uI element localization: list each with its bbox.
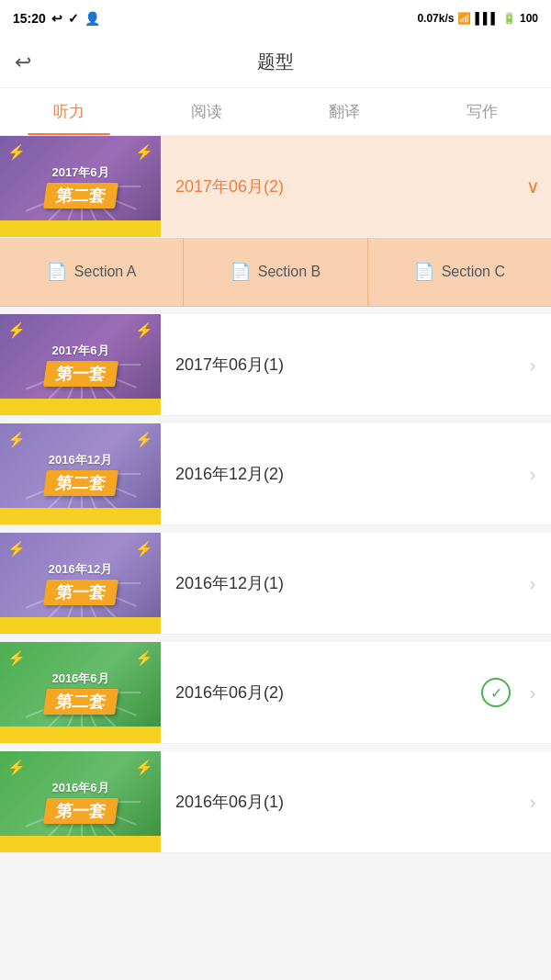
status-left: 15:20 ↩ ✓ 👤 xyxy=(13,11,100,26)
lightning-right-icon-4: ⚡ xyxy=(135,540,153,558)
exam-thumb-2016-6-1: ⚡ ⚡ 2016年6月 第一套 xyxy=(0,751,161,852)
thumb-year-4: 2016年12月 xyxy=(49,561,112,578)
section-row-2017-6-2: 📄 Section A 📄 Section B 📄 Section C xyxy=(0,238,551,307)
back-button[interactable]: ↩ xyxy=(15,51,31,74)
row-gap-3 xyxy=(0,525,551,533)
header: ↩ 题型 xyxy=(0,37,551,88)
back-nav-icon: ↩ xyxy=(51,11,62,26)
battery-level: 100 xyxy=(520,12,538,25)
section-b-icon: 📄 xyxy=(231,262,251,282)
thumb-set-2: 第一套 xyxy=(43,361,118,387)
tab-writing[interactable]: 写作 xyxy=(413,88,551,135)
thumb-bar-2 xyxy=(0,399,161,415)
row-gap-4 xyxy=(0,635,551,642)
exam-thumb-2017-6-1: ⚡ ⚡ 2017年6月 第一套 xyxy=(0,314,161,415)
section-a-label: Section A xyxy=(74,264,137,280)
battery-icon: 🔋 xyxy=(502,12,516,25)
lightning-right-icon-3: ⚡ xyxy=(135,431,153,448)
lightning-left-icon-5: ⚡ xyxy=(7,649,26,667)
thumb-bar-4 xyxy=(0,617,161,634)
exam-row-2016-6-2[interactable]: ⚡ ⚡ 2016年6月 第二套 2016年06月(2) ✓ › xyxy=(0,642,551,744)
thumb-bar-3 xyxy=(0,508,161,524)
exam-row-2016-6-1[interactable]: ⚡ ⚡ 2016年6月 第一套 2016年06月(1) › xyxy=(0,751,551,853)
status-bar: 15:20 ↩ ✓ 👤 0.07k/s 📶 ▌▌▌ 🔋 100 xyxy=(0,0,551,37)
exam-thumb-2016-6-2: ⚡ ⚡ 2016年6月 第二套 xyxy=(0,642,161,743)
expand-arrow-2016-6-1[interactable]: › xyxy=(514,792,551,813)
thumb-year-2: 2017年6月 xyxy=(51,343,108,359)
lightning-left-icon-6: ⚡ xyxy=(7,759,26,776)
thumb-bar-5 xyxy=(0,727,161,743)
thumb-year-3: 2016年12月 xyxy=(49,452,112,468)
thumb-year-6: 2016年6月 xyxy=(51,780,108,796)
lightning-left-icon-2: ⚡ xyxy=(7,321,26,339)
thumb-set-4: 第一套 xyxy=(43,580,118,605)
exam-row-2016-12-1[interactable]: ⚡ ⚡ 2016年12月 第一套 2016年12月(1) › xyxy=(0,533,551,635)
section-b-item[interactable]: 📄 Section B xyxy=(184,238,367,306)
expand-arrow-2016-12-1[interactable]: › xyxy=(514,573,551,594)
section-a-icon: 📄 xyxy=(47,262,67,282)
lightning-right-icon-6: ⚡ xyxy=(135,759,153,776)
section-c-label: Section C xyxy=(442,264,505,280)
tab-bar: 听力 阅读 翻译 写作 xyxy=(0,88,551,136)
exam-actions-2016-6-2: ✓ › xyxy=(481,678,551,707)
thumb-set-5: 第二套 xyxy=(43,689,118,715)
exam-thumb-2016-12-1: ⚡ ⚡ 2016年12月 第一套 xyxy=(0,533,161,634)
lightning-left-icon: ⚡ xyxy=(7,143,26,161)
expand-arrow-2016-12-2[interactable]: › xyxy=(514,464,551,485)
time: 15:20 xyxy=(13,11,46,26)
exam-label-2016-6-2: 2016年06月(2) xyxy=(161,681,481,704)
thumb-bar-6 xyxy=(0,836,161,852)
status-right: 0.07k/s 📶 ▌▌▌ 🔋 100 xyxy=(417,12,538,25)
thumb-bar xyxy=(0,220,161,237)
exam-row-2016-12-2[interactable]: ⚡ ⚡ 2016年12月 第二套 2016年12月(2) › xyxy=(0,423,551,525)
exam-row-2017-6-2[interactable]: ⚡ ⚡ 2017年6月 第二套 2017年06月(2) ∨ xyxy=(0,136,551,238)
section-a-item[interactable]: 📄 Section A xyxy=(0,238,184,306)
row-gap-1 xyxy=(0,307,551,314)
check-status-icon: ✓ xyxy=(68,11,79,26)
exam-label-2016-6-1: 2016年06月(1) xyxy=(161,791,514,813)
exam-label-2016-12-1: 2016年12月(1) xyxy=(161,572,514,594)
lightning-right-icon-5: ⚡ xyxy=(135,649,153,667)
exam-label-2016-12-2: 2016年12月(2) xyxy=(161,463,514,485)
exam-label-2017-6-1: 2017年06月(1) xyxy=(161,354,514,376)
expand-arrow-2016-6-2[interactable]: › xyxy=(514,682,551,704)
section-c-icon: 📄 xyxy=(414,262,434,282)
exam-row-2017-6-1[interactable]: ⚡ ⚡ 2017年6月 第一套 2017年06月(1) › xyxy=(0,314,551,416)
section-b-label: Section B xyxy=(258,264,320,280)
exam-thumb-2016-12-2: ⚡ ⚡ 2016年12月 第二套 xyxy=(0,423,161,524)
page-title: 题型 xyxy=(257,50,294,74)
tab-translation[interactable]: 翻译 xyxy=(276,88,413,135)
lightning-left-icon-4: ⚡ xyxy=(7,540,26,558)
row-gap-2 xyxy=(0,416,551,423)
thumb-set-3: 第二套 xyxy=(43,470,118,496)
exam-list: ⚡ ⚡ 2017年6月 第二套 2017年06月(2) ∨ 📄 Section … xyxy=(0,136,551,853)
expand-arrow-2017-6-2[interactable]: ∨ xyxy=(514,175,551,197)
thumb-year-5: 2016年6月 xyxy=(51,670,108,687)
expand-arrow-2017-6-1[interactable]: › xyxy=(514,355,551,376)
tab-reading[interactable]: 阅读 xyxy=(138,88,276,135)
lightning-right-icon-2: ⚡ xyxy=(135,321,153,339)
wifi-icon: 📶 xyxy=(457,12,471,25)
section-c-item[interactable]: 📄 Section C xyxy=(368,238,551,306)
signal-icon: ▌▌▌ xyxy=(475,12,499,25)
network-speed: 0.07k/s xyxy=(417,12,454,25)
lightning-left-icon-3: ⚡ xyxy=(7,431,26,448)
exam-thumb-2017-6-2: ⚡ ⚡ 2017年6月 第二套 xyxy=(0,136,161,237)
thumb-set-6: 第一套 xyxy=(43,798,118,824)
lightning-right-icon: ⚡ xyxy=(135,143,153,161)
user-icon: 👤 xyxy=(84,11,100,26)
tab-listening[interactable]: 听力 xyxy=(0,88,138,135)
thumb-year: 2017年6月 xyxy=(51,164,108,181)
exam-label-2017-6-2: 2017年06月(2) xyxy=(161,175,514,197)
completed-check-icon: ✓ xyxy=(481,678,511,707)
thumb-set: 第二套 xyxy=(43,183,118,208)
row-gap-5 xyxy=(0,744,551,751)
